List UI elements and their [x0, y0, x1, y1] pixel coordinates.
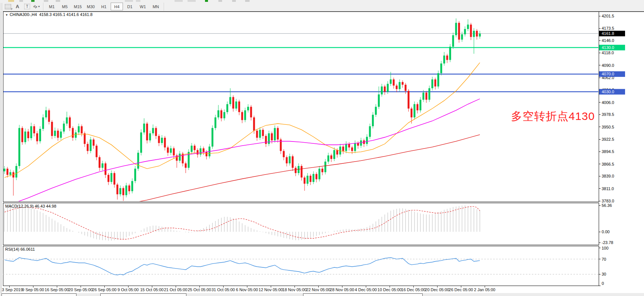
candle-body [464, 29, 466, 34]
candle-body [30, 126, 32, 138]
candle-body [221, 110, 222, 118]
candle-body [449, 47, 451, 60]
candle-body [283, 151, 285, 157]
candle-body [102, 163, 104, 168]
candle-body [120, 188, 121, 194]
candle-body [262, 130, 264, 136]
candle-body [224, 112, 225, 118]
macd-tick-label: 0.00 [602, 230, 609, 234]
time-axis: 3 Sep 20199 Sep 05:0016 Sep 05:0020 Sep … [2, 286, 495, 292]
candle-body [51, 122, 53, 136]
rsi-tick-label: 0 [602, 281, 604, 286]
candle-body [399, 82, 401, 89]
time-tick-label: 31 Oct 05:00 [212, 287, 235, 292]
candle-body [75, 133, 77, 138]
candle-body [54, 131, 56, 136]
candle-body [7, 169, 9, 175]
candle-body [137, 153, 139, 169]
candle-body [200, 148, 202, 154]
candle-body [336, 150, 338, 154]
candle-body [393, 79, 395, 86]
candle-body [366, 137, 368, 144]
price-tick-label: 4006.0 [602, 100, 614, 105]
candle-body [238, 101, 240, 112]
price-tick-label: 4173.5 [602, 26, 614, 30]
time-tick-label: 26 Sep 05:00 [92, 287, 116, 292]
candle-body [152, 128, 154, 133]
macd-panel[interactable] [3, 203, 599, 245]
chart-canvas[interactable]: 4201.54173.54146.04118.04090.04062.04034… [0, 0, 644, 296]
candle-body [241, 112, 243, 120]
candle-body [27, 131, 29, 138]
candle-body [129, 185, 130, 191]
candle-body [440, 64, 442, 73]
candle-body [378, 94, 380, 107]
candle-body [170, 148, 172, 153]
candle-body [72, 128, 74, 138]
rsi-panel[interactable] [3, 246, 599, 286]
candle-body [313, 174, 315, 182]
candle-body [408, 91, 410, 109]
price-tick-label: 3866.5 [602, 162, 614, 166]
price-badge-text: 4070.0 [602, 72, 614, 76]
candle-body [63, 124, 65, 131]
clipped-panel-box [100, 293, 186, 296]
candle-body [57, 131, 59, 138]
chart-collapse-icon[interactable]: ▼ [5, 13, 8, 17]
candle-body [131, 181, 133, 191]
candle-body [194, 146, 196, 150]
candle-body [161, 138, 163, 143]
candle-body [292, 156, 294, 168]
rsi-tick-label: 70 [602, 257, 606, 261]
chart-symbol-label: CHINA300-,H4 [10, 12, 37, 17]
candle-body [429, 88, 430, 100]
candle-body [197, 150, 199, 154]
candle-body [42, 117, 44, 129]
candle-body [247, 107, 249, 111]
time-tick-label: 4 Dec 05:00 [355, 287, 377, 292]
candle-body [117, 185, 118, 194]
candle-body [286, 157, 288, 163]
candle-body [348, 144, 350, 147]
candle-body [420, 100, 422, 110]
candle-body [354, 143, 356, 151]
price-tick-label: 4146.0 [602, 38, 614, 43]
time-tick-label: 21 Oct 05:00 [164, 287, 188, 292]
candle-body [432, 79, 433, 88]
candle-body [203, 148, 205, 152]
time-tick-label: 28 Nov 05:00 [330, 287, 354, 292]
candle-body [375, 107, 377, 115]
price-badge-text: 4161.8 [602, 31, 614, 36]
time-tick-label: 9 Oct 05:00 [118, 287, 139, 292]
candle-body [357, 143, 359, 146]
candle-body [134, 169, 136, 181]
candle-body [268, 133, 270, 144]
candle-body [105, 163, 107, 175]
macd-tick-label: 56.36 [602, 203, 612, 208]
candle-body [265, 136, 267, 144]
time-tick-label: 22 Nov 05:00 [306, 287, 330, 292]
price-tick-label: 4118.0 [602, 51, 614, 55]
time-tick-label: 3 Sep 2019 [2, 287, 23, 292]
chart-text-annotation[interactable]: 多空转折点4130 [511, 109, 595, 124]
chart-title: ▼CHINA300-,H4 4158.3 4165.1 4141.6 4161.… [5, 12, 92, 17]
price-tick-label: 3978.5 [602, 112, 614, 117]
candle-body [390, 79, 392, 84]
candle-body [414, 104, 416, 117]
candle-body [232, 97, 234, 108]
price-tick-label: 3783.0 [602, 199, 614, 203]
candle-body [114, 173, 116, 185]
time-tick-label: 20 Sep 05:00 [68, 287, 92, 292]
time-tick-label: 10 Dec 05:00 [377, 287, 401, 292]
candle-body [470, 25, 472, 37]
candle-body [438, 73, 439, 87]
candle-body [19, 128, 20, 166]
candle-body [396, 85, 398, 89]
price-tick-label: 3922.5 [602, 137, 614, 142]
candle-body [372, 115, 374, 126]
time-tick-label: 12 Nov 05:00 [258, 287, 283, 292]
price-badge-text: 4130.0 [602, 45, 614, 50]
candle-body [81, 126, 83, 133]
candle-body [423, 92, 425, 100]
candle-body [301, 166, 303, 178]
